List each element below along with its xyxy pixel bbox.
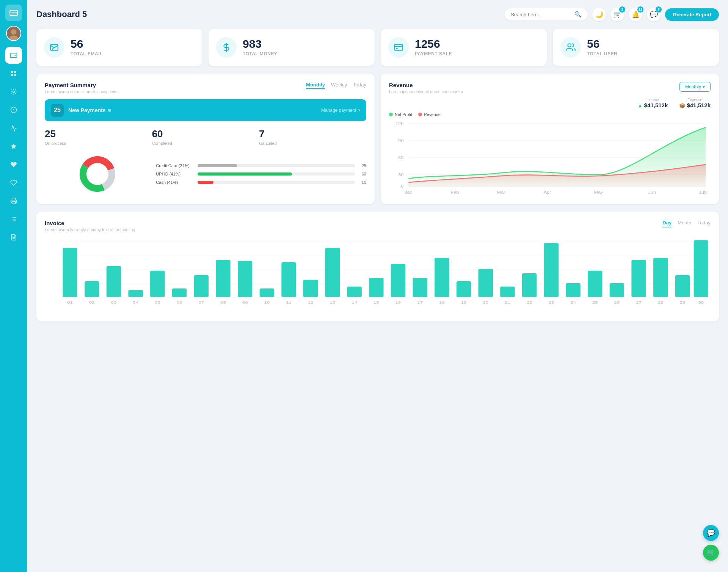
dark-mode-toggle[interactable]: 🌙 [592, 8, 606, 21]
payment-summary-titles: Payment Summary Lorem ipsum dolor sit am… [45, 82, 119, 94]
avatar[interactable] [6, 26, 21, 41]
svg-rect-85 [347, 287, 361, 297]
search-input[interactable] [511, 12, 571, 17]
svg-text:06: 06 [177, 301, 182, 304]
total-money-label: TOTAL MONEY [243, 51, 278, 56]
stat-card-payment-sale: 1256 PAYMENT SALE [381, 29, 547, 66]
total-email-icon [44, 37, 64, 58]
invoice-subtitle: Lorem ipsum is simply dummy text of the … [45, 227, 135, 232]
sidebar-item-heart1[interactable] [5, 156, 22, 173]
sidebar-item-dashboard[interactable] [5, 65, 22, 82]
invoice-tab-today[interactable]: Today [697, 220, 711, 227]
sidebar-item-star[interactable] [5, 138, 22, 155]
svg-rect-13 [12, 202, 16, 204]
revenue-subtitle: Lorem ipsum dolor sit amet, consectetur [389, 89, 463, 94]
svg-text:July: July [699, 190, 708, 194]
stat-user-text: 56 TOTAL USER [587, 38, 617, 56]
upi-label: UPI ID (41%) [156, 172, 194, 176]
svg-text:29: 29 [680, 301, 686, 304]
new-payments-dot [108, 109, 111, 112]
stat-canceled: 7 Canceled [259, 128, 366, 146]
revenue-header: Revenue Lorem ipsum dolor sit amet, cons… [389, 82, 711, 94]
income-label: Income [638, 98, 668, 102]
payment-sale-number: 1256 [415, 38, 452, 50]
on-process-number: 25 [45, 128, 152, 140]
tab-today[interactable]: Today [353, 82, 366, 89]
generate-report-button[interactable]: Generate Report [665, 8, 719, 21]
messages-button[interactable]: 💬 5 [647, 8, 661, 21]
revenue-monthly-button[interactable]: Monthly ▾ [679, 82, 711, 92]
sidebar-item-doc[interactable] [5, 229, 22, 246]
svg-text:21: 21 [505, 301, 510, 304]
sidebar-item-wallet[interactable] [5, 47, 22, 64]
svg-rect-63 [107, 266, 121, 297]
svg-text:09: 09 [242, 301, 248, 304]
float-support-button[interactable]: 💬 [703, 525, 719, 541]
invoice-svg: 60 40 20 0 01 02 03 04 05 06 07 [60, 237, 711, 313]
invoice-bar-chart: 60 40 20 0 01 02 03 04 05 06 07 [45, 237, 711, 313]
svg-text:0: 0 [401, 184, 403, 188]
sidebar-item-print[interactable] [5, 193, 22, 209]
invoice-tabs: Day Month Today [662, 220, 711, 227]
svg-text:07: 07 [198, 301, 204, 304]
svg-rect-111 [631, 260, 646, 297]
legend-net-profit: Net Profit [389, 112, 412, 117]
svg-rect-113 [653, 258, 668, 297]
svg-text:Jun: Jun [648, 190, 656, 194]
svg-point-10 [13, 91, 15, 93]
svg-rect-1 [11, 14, 13, 14]
svg-text:03: 03 [111, 301, 117, 304]
sidebar-item-list[interactable] [5, 211, 22, 227]
svg-text:Apr: Apr [544, 190, 551, 194]
revenue-title: Revenue [389, 82, 463, 88]
svg-text:17: 17 [417, 301, 423, 304]
svg-rect-101 [522, 273, 537, 297]
total-user-icon [560, 37, 581, 58]
svg-text:02: 02 [89, 301, 95, 304]
float-cart-button[interactable]: 🛒 [703, 545, 719, 561]
svg-rect-97 [479, 269, 493, 297]
notifications-button[interactable]: 🔔 12 [629, 8, 642, 21]
search-box[interactable]: 🔍 [505, 8, 588, 20]
revenue-titles: Revenue Lorem ipsum dolor sit amet, cons… [389, 82, 463, 94]
stat-on-process: 25 On process [45, 128, 152, 146]
invoice-tab-day[interactable]: Day [662, 220, 672, 227]
main-content: Dashboard 5 🔍 🌙 🛒 2 🔔 12 💬 5 Generate Re… [27, 0, 728, 572]
total-email-number: 56 [71, 38, 103, 50]
donut-chart [45, 153, 150, 195]
payment-summary-header: Payment Summary Lorem ipsum dolor sit am… [45, 82, 366, 94]
upi-count: 60 [359, 172, 366, 176]
net-profit-dot [389, 113, 393, 116]
svg-text:11: 11 [286, 301, 292, 304]
svg-rect-103 [544, 243, 559, 297]
revenue-legend-label: Revenue [424, 112, 441, 117]
progress-credit-card: Credit Card (24%) 25 [156, 163, 366, 168]
svg-rect-105 [566, 283, 580, 297]
svg-rect-73 [216, 260, 230, 297]
svg-rect-0 [10, 10, 17, 16]
svg-text:16: 16 [395, 301, 401, 304]
svg-rect-67 [150, 271, 165, 297]
payment-sale-icon [388, 37, 409, 58]
svg-rect-83 [325, 248, 340, 297]
sidebar-logo[interactable] [5, 5, 22, 21]
total-user-label: TOTAL USER [587, 51, 617, 56]
sidebar-item-settings[interactable] [5, 83, 22, 100]
manage-payment-link[interactable]: Manage payment > [321, 108, 360, 113]
svg-text:28: 28 [658, 301, 664, 304]
cart-badge: 2 [619, 6, 625, 13]
svg-text:60: 60 [398, 156, 403, 160]
svg-text:30: 30 [698, 301, 704, 304]
tab-monthly[interactable]: Monthly [306, 82, 325, 89]
credit-card-bar [198, 164, 237, 167]
progress-cash: Cash (41%) 10 [156, 180, 366, 185]
svg-text:18: 18 [439, 301, 445, 304]
tab-weekly[interactable]: Weekly [331, 82, 347, 89]
invoice-tab-month[interactable]: Month [678, 220, 691, 227]
sidebar-item-chart[interactable] [5, 120, 22, 136]
svg-text:Jan: Jan [405, 190, 413, 194]
svg-rect-117 [694, 240, 708, 297]
sidebar-item-info[interactable] [5, 102, 22, 118]
sidebar-item-heart2[interactable] [5, 174, 22, 191]
cart-button[interactable]: 🛒 2 [610, 8, 624, 21]
